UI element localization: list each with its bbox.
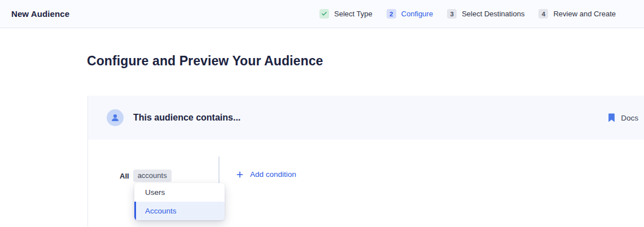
bookmark-icon [608,113,615,122]
step-number-badge: 4 [538,9,548,19]
check-icon [319,9,329,19]
step-label: Select Destinations [462,10,524,18]
docs-link[interactable]: Docs [607,111,639,124]
entity-type-dropdown: Users Accounts [134,183,225,220]
add-condition-label: Add condition [250,170,296,179]
audience-card: This audience contains... Docs All accou… [87,96,644,227]
step-review-and-create[interactable]: 4 Review and Create [538,9,616,19]
step-select-type[interactable]: Select Type [319,9,373,19]
card-title: This audience contains... [133,113,240,123]
page-heading: Configure and Preview Your Audience [87,54,323,69]
dropdown-item-users[interactable]: Users [134,183,225,202]
plus-icon [236,171,244,179]
add-condition-button[interactable]: Add condition [236,170,296,179]
audience-card-header: This audience contains... Docs [88,96,644,140]
entity-type-selector[interactable]: accounts [133,170,172,182]
new-audience-page: { "header": { "title": "New Audience", "… [0,0,644,227]
step-configure[interactable]: 2 Configure [387,9,433,19]
step-select-destinations[interactable]: 3 Select Destinations [447,9,524,19]
step-label: Select Type [334,10,373,18]
condition-row: All accounts [120,170,172,182]
wizard-stepper: Select Type 2 Configure 3 Select Destina… [319,9,616,19]
condition-prefix-label: All [120,172,129,180]
step-label: Configure [401,10,433,18]
dropdown-item-accounts[interactable]: Accounts [134,202,225,220]
condition-connector-line [218,157,220,183]
docs-label: Docs [621,114,638,122]
audience-card-body: All accounts Add condition Users Account… [88,140,644,227]
topbar: New Audience Select Type 2 Configure 3 S… [0,0,644,28]
step-label: Review and Create [553,10,616,18]
step-number-badge: 3 [447,9,457,19]
page-title: New Audience [11,9,69,19]
user-avatar-icon [107,109,124,126]
step-number-badge: 2 [387,9,396,19]
